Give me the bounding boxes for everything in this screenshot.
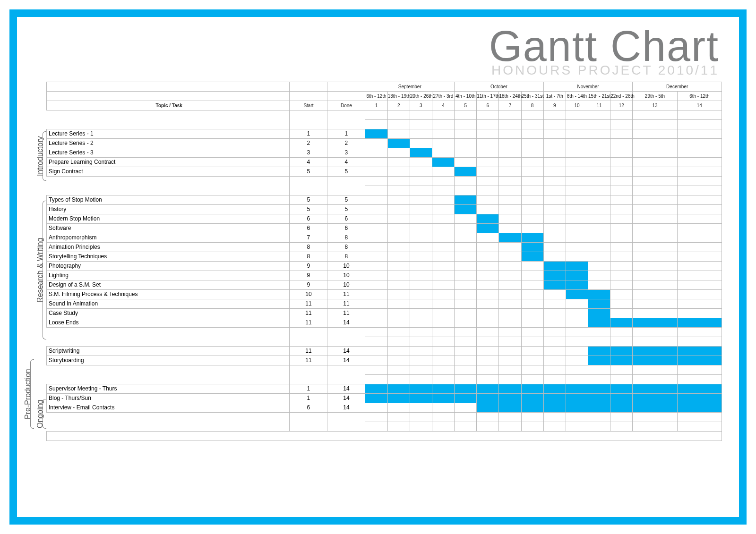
- month-header: September: [365, 82, 455, 91]
- gantt-bar-cell: [566, 280, 588, 289]
- gantt-cell: [588, 327, 610, 337]
- task-done: 14: [327, 384, 365, 393]
- gantt-cell: [566, 365, 588, 374]
- gantt-cell: [477, 422, 499, 431]
- gantt-bar-cell: [588, 346, 610, 356]
- gantt-bar-cell: [588, 356, 610, 365]
- gantt-cell: [455, 242, 477, 252]
- gantt-cell: [410, 356, 432, 365]
- gantt-cell: [410, 308, 432, 318]
- gantt-cell: [432, 242, 454, 252]
- gantt-bar-cell: [566, 393, 588, 403]
- gantt-bar-cell: [543, 384, 566, 393]
- gantt-cell: [410, 289, 432, 299]
- gantt-cell: [387, 233, 410, 242]
- gantt-cell: [365, 365, 387, 374]
- gantt-bar-cell: [521, 393, 543, 403]
- gantt-cell: [521, 327, 543, 337]
- gantt-cell: [588, 157, 610, 167]
- task-done: 8: [327, 252, 365, 261]
- gantt-cell: [677, 289, 722, 299]
- gantt-bar-cell: [588, 299, 610, 308]
- task-start: 11: [290, 308, 327, 318]
- gantt-cell: [455, 337, 477, 346]
- gantt-bar-cell: [521, 233, 543, 242]
- week-number: 10: [566, 101, 588, 110]
- task-start: 7: [290, 233, 327, 242]
- gantt-cell: [410, 261, 432, 271]
- gantt-cell: [365, 299, 387, 308]
- task-start: 10: [290, 289, 327, 299]
- gantt-cell: [521, 308, 543, 318]
- gantt-cell: [365, 271, 387, 280]
- gantt-cell: [566, 233, 588, 242]
- task-start: 6: [290, 403, 327, 412]
- gantt-cell: [521, 167, 543, 176]
- section-labels: IntroductoryResearch & WritingPre-Produc…: [22, 82, 46, 441]
- gantt-cell: [477, 289, 499, 299]
- gantt-cell: [387, 308, 410, 318]
- task-name: Case Study: [47, 308, 290, 318]
- gantt-cell: [410, 365, 432, 374]
- gantt-cell: [455, 138, 477, 148]
- gantt-cell: [477, 318, 499, 327]
- task-done: 14: [327, 403, 365, 412]
- task-done: 8: [327, 233, 365, 242]
- gantt-cell: [387, 176, 410, 186]
- gantt-cell: [588, 242, 610, 252]
- gantt-bar-cell: [365, 384, 387, 393]
- task-name: [47, 119, 290, 129]
- gantt-bar-cell: [677, 318, 722, 327]
- gantt-cell: [499, 261, 521, 271]
- gantt-cell: [455, 422, 477, 431]
- gantt-cell: [477, 365, 499, 374]
- gantt-cell: [455, 252, 477, 261]
- task-name: Lecture Series - 3: [47, 148, 290, 157]
- gantt-cell: [633, 289, 677, 299]
- gantt-cell: [387, 186, 410, 195]
- gantt-cell: [455, 148, 477, 157]
- gantt-cell: [610, 271, 633, 280]
- gantt-cell: [365, 337, 387, 346]
- gantt-cell: [521, 129, 543, 138]
- date-range-header: 6th - 12th: [365, 91, 387, 101]
- gantt-cell: [677, 327, 722, 337]
- gantt-cell: [566, 318, 588, 327]
- gantt-cell: [543, 138, 566, 148]
- gantt-cell: [499, 176, 521, 186]
- gantt-cell: [521, 271, 543, 280]
- gantt-bar-cell: [588, 403, 610, 412]
- gantt-cell: [455, 214, 477, 223]
- gantt-bar-cell: [566, 384, 588, 393]
- gantt-bar-cell: [477, 223, 499, 233]
- gantt-cell: [566, 327, 588, 337]
- gantt-cell: [387, 299, 410, 308]
- gantt-cell: [677, 365, 722, 374]
- gantt-cell: [365, 252, 387, 261]
- task-done: 5: [327, 195, 365, 204]
- gantt-bar-cell: [633, 384, 677, 393]
- gantt-cell: [410, 374, 432, 384]
- gantt-cell: [610, 195, 633, 204]
- gantt-cell: [521, 365, 543, 374]
- gantt-cell: [521, 186, 543, 195]
- gantt-bar-cell: [677, 403, 722, 412]
- gantt-cell: [499, 129, 521, 138]
- week-number: 2: [387, 101, 410, 110]
- gantt-cell: [499, 157, 521, 167]
- date-range-header: 27th - 3rd: [432, 91, 454, 101]
- gantt-cell: [477, 271, 499, 280]
- gantt-cell: [633, 327, 677, 337]
- gantt-cell: [387, 119, 410, 129]
- gantt-cell: [455, 129, 477, 138]
- gantt-cell: [410, 110, 432, 119]
- gantt-cell: [633, 365, 677, 374]
- gantt-cell: [543, 148, 566, 157]
- task-start: [290, 412, 327, 422]
- task-done: 6: [327, 223, 365, 233]
- gantt-cell: [455, 261, 477, 271]
- gantt-cell: [432, 412, 454, 422]
- gantt-bar-cell: [521, 242, 543, 252]
- gantt-cell: [610, 337, 633, 346]
- gantt-cell: [588, 110, 610, 119]
